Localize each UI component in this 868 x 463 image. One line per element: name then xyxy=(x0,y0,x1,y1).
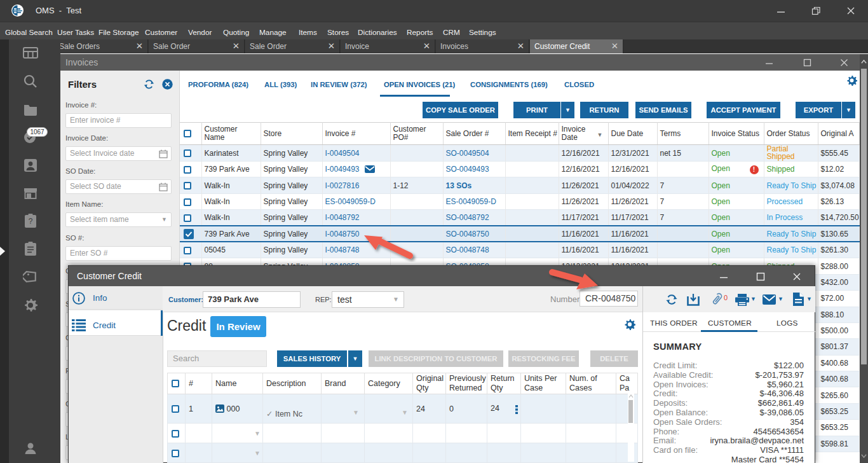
svg-text:?: ? xyxy=(29,217,33,226)
